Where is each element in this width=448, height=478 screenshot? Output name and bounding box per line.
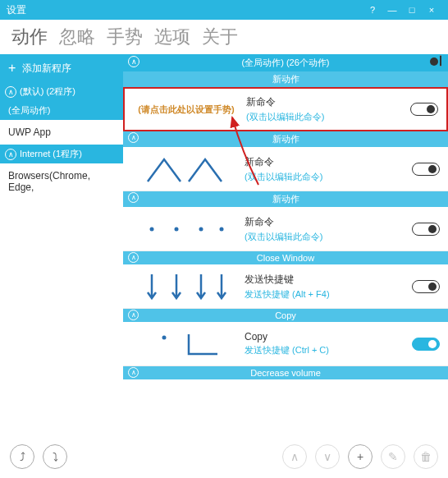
chevron-up-icon: ∧ bbox=[290, 450, 299, 463]
action-row[interactable]: 新命令 (双击以编辑此命令) bbox=[123, 207, 448, 251]
chevron-up-icon: ∧ bbox=[128, 132, 139, 143]
group-sub-label: Decrease volume bbox=[250, 368, 321, 378]
group-sub-new2[interactable]: ∧新动作 bbox=[123, 131, 448, 147]
group-sub-label: Close Window bbox=[257, 253, 314, 263]
group-sub-new1[interactable]: 新动作 bbox=[123, 71, 448, 87]
sidebar-item-global[interactable]: (全局动作) bbox=[0, 101, 123, 120]
action-name: Copy bbox=[245, 331, 405, 342]
import-icon: ⤵ bbox=[53, 450, 58, 463]
tab-actions[interactable]: 动作 bbox=[11, 25, 48, 49]
tab-ignore[interactable]: 忽略 bbox=[59, 25, 95, 49]
chevron-up-icon: ∧ bbox=[5, 86, 16, 98]
action-desc: 发送快捷键 (Ctrl + C) bbox=[245, 344, 405, 356]
sidebar-group-internet-label: Internet (1程序) bbox=[20, 148, 82, 160]
action-row[interactable]: 发送快捷键 发送快捷键 (Alt + F4) bbox=[123, 264, 448, 309]
action-desc: (双击以编辑此命令) bbox=[245, 231, 405, 243]
action-toggle[interactable] bbox=[412, 338, 440, 351]
group-header-global-label: (全局动作) (26个动作) bbox=[242, 57, 330, 67]
chevron-up-icon: ∧ bbox=[128, 56, 139, 67]
edit-icon: ✎ bbox=[388, 450, 398, 463]
group-sub-copy[interactable]: ∧Copy bbox=[123, 309, 448, 322]
import-button[interactable]: ⤵ bbox=[43, 444, 67, 469]
chevron-up-icon: ∧ bbox=[128, 367, 139, 378]
chevron-up-icon: ∧ bbox=[128, 310, 139, 320]
gesture-preview[interactable] bbox=[131, 328, 238, 361]
add-action-button[interactable]: + bbox=[348, 444, 373, 469]
gesture-peaks-icon bbox=[139, 153, 230, 186]
gesture-copy-icon bbox=[139, 328, 230, 361]
group-sub-new3[interactable]: ∧新动作 bbox=[123, 191, 448, 207]
tab-options[interactable]: 选项 bbox=[154, 25, 190, 49]
close-button[interactable]: × bbox=[422, 5, 441, 15]
svg-point-8 bbox=[162, 335, 167, 339]
sidebar: + 添加新程序 ∧ (默认) (2程序) (全局动作) UWP App ∧ In… bbox=[0, 54, 123, 439]
gesture-down-arrows-icon bbox=[139, 270, 230, 303]
action-toggle[interactable] bbox=[412, 163, 440, 176]
action-row-highlighted[interactable]: (请点击此处以设置手势) 新命令 (双击以编辑此命令) bbox=[123, 87, 448, 131]
svg-point-0 bbox=[150, 227, 154, 231]
main-tabs: 动作 忽略 手势 选项 关于 bbox=[0, 20, 448, 54]
add-program-button[interactable]: + 添加新程序 bbox=[0, 54, 123, 82]
sidebar-group-default[interactable]: ∧ (默认) (2程序) bbox=[0, 82, 123, 101]
sidebar-group-internet[interactable]: ∧ Internet (1程序) bbox=[0, 145, 123, 163]
help-button[interactable]: ? bbox=[363, 5, 382, 15]
svg-point-3 bbox=[220, 227, 224, 231]
action-desc: 发送快捷键 (Alt + F4) bbox=[245, 288, 405, 301]
tab-gestures[interactable]: 手势 bbox=[107, 25, 143, 49]
trash-icon: 🗑 bbox=[420, 450, 432, 463]
action-info: 发送快捷键 发送快捷键 (Alt + F4) bbox=[238, 273, 412, 301]
action-info: 新命令 (双击以编辑此命令) bbox=[238, 215, 412, 243]
footer-toolbar: ⤴ ⤵ ∧ ∨ + ✎ 🗑 bbox=[0, 440, 448, 473]
gesture-preview[interactable] bbox=[131, 213, 238, 246]
action-name: 发送快捷键 bbox=[245, 273, 405, 287]
action-toggle[interactable] bbox=[412, 223, 440, 236]
action-name: 新命令 bbox=[245, 155, 405, 169]
group-sub-decrease-volume[interactable]: ∧Decrease volume bbox=[123, 366, 448, 379]
tab-about[interactable]: 关于 bbox=[202, 25, 238, 49]
move-down-button[interactable]: ∨ bbox=[315, 444, 340, 469]
group-sub-label: 新动作 bbox=[272, 134, 299, 144]
action-row[interactable]: Copy 发送快捷键 (Ctrl + C) bbox=[123, 322, 448, 366]
action-row[interactable]: 新命令 (双击以编辑此命令) bbox=[123, 147, 448, 191]
action-info: 新命令 (双击以编辑此命令) bbox=[240, 95, 410, 123]
sidebar-item-browsers[interactable]: Browsers(Chrome, Edge, bbox=[0, 163, 123, 200]
window-title: 设置 bbox=[7, 3, 26, 17]
export-button[interactable]: ⤴ bbox=[10, 444, 34, 469]
action-desc: (双击以编辑此命令) bbox=[245, 171, 405, 183]
export-icon: ⤴ bbox=[20, 450, 25, 463]
action-desc: (双击以编辑此命令) bbox=[246, 111, 404, 123]
titlebar: 设置 ? — □ × bbox=[0, 0, 448, 20]
svg-point-1 bbox=[175, 227, 179, 231]
sidebar-group-default-label: (默认) (2程序) bbox=[20, 85, 75, 98]
group-sub-closewindow[interactable]: ∧Close Window bbox=[123, 251, 448, 264]
group-toggle[interactable] bbox=[440, 55, 441, 67]
sidebar-item-uwp[interactable]: UWP App bbox=[0, 120, 123, 145]
action-info: Copy 发送快捷键 (Ctrl + C) bbox=[238, 331, 412, 356]
action-toggle[interactable] bbox=[410, 103, 438, 116]
group-header-global[interactable]: ∧ (全局动作) (26个动作) bbox=[123, 54, 448, 71]
sidebar-item-global-label: (全局动作) bbox=[8, 104, 50, 117]
action-name: 新命令 bbox=[246, 95, 404, 109]
gesture-preview[interactable] bbox=[131, 153, 238, 186]
action-name: 新命令 bbox=[245, 215, 405, 229]
gesture-preview[interactable] bbox=[131, 270, 238, 303]
svg-point-2 bbox=[199, 227, 203, 231]
chevron-up-icon: ∧ bbox=[128, 252, 139, 263]
group-sub-label: 新动作 bbox=[272, 74, 299, 84]
move-up-button[interactable]: ∧ bbox=[282, 444, 307, 469]
plus-icon: + bbox=[357, 450, 363, 463]
action-info: 新命令 (双击以编辑此命令) bbox=[238, 155, 412, 183]
chevron-up-icon: ∧ bbox=[128, 192, 139, 203]
edit-action-button[interactable]: ✎ bbox=[381, 444, 405, 469]
plus-icon: + bbox=[8, 61, 16, 76]
add-program-label: 添加新程序 bbox=[22, 62, 71, 76]
delete-action-button[interactable]: 🗑 bbox=[414, 444, 438, 469]
action-toggle[interactable] bbox=[412, 280, 440, 293]
group-sub-label: 新动作 bbox=[272, 194, 299, 204]
chevron-down-icon: ∨ bbox=[323, 450, 331, 463]
gesture-empty-prompt[interactable]: (请点击此处以设置手势) bbox=[133, 103, 240, 116]
gesture-dots-icon bbox=[139, 213, 230, 246]
chevron-up-icon: ∧ bbox=[5, 149, 16, 160]
maximize-button[interactable]: □ bbox=[402, 5, 422, 15]
minimize-button[interactable]: — bbox=[382, 5, 402, 15]
